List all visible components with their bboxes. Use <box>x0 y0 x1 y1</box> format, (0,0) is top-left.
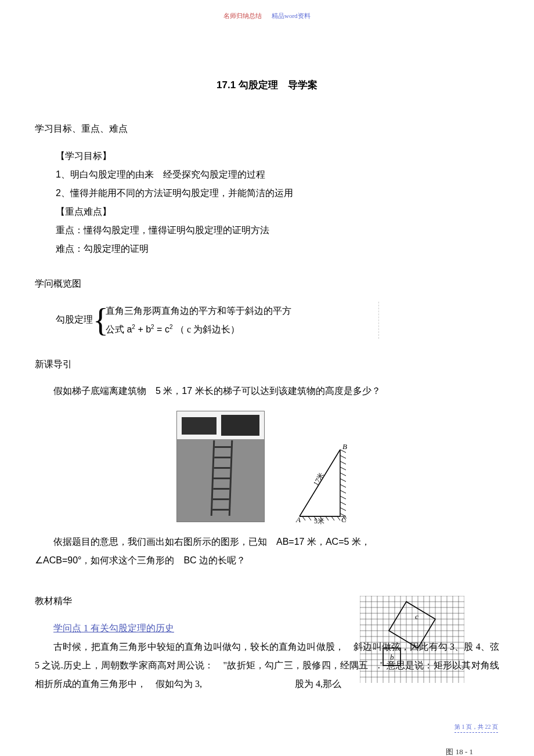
vertex-c-label: C <box>341 515 347 524</box>
formula-a-exp: 2 <box>132 323 135 330</box>
intro-analysis-2: ∠ACB=90°，如何求这个三角形的 BC 边的长呢？ <box>35 551 499 570</box>
svg-line-8 <box>340 479 346 482</box>
key-difficulty-label: 【重点难点】 <box>56 202 499 221</box>
knowledge-point-link: 学问点 1 有关勾股定理的历史 <box>53 623 174 633</box>
svg-line-16 <box>302 516 305 520</box>
svg-line-5 <box>340 461 346 464</box>
left-brace-icon: { <box>93 299 109 341</box>
svg-line-11 <box>340 496 346 499</box>
formula-b-exp: 2 <box>151 323 154 330</box>
svg-line-22 <box>337 516 340 520</box>
ladder-rung <box>214 457 230 458</box>
hypotenuse-length-label: 17米 <box>312 471 326 487</box>
key-point: 重点：懂得勾股定理，懂得证明勾股定理的证明方法 <box>56 221 499 240</box>
svg-line-9 <box>340 484 346 487</box>
triangle-diagram: A B C 5米 17米 <box>288 441 358 522</box>
svg-line-21 <box>331 516 334 520</box>
figure-caption: 图 18 - 1 <box>446 747 473 756</box>
goal-item-2: 2、懂得并能用不同的方法证明勾股定理，并能简洁的运用 <box>56 184 499 202</box>
goal-label: 【学习目标】 <box>56 147 499 165</box>
figure-row: A B C 5米 17米 <box>35 411 499 522</box>
svg-line-7 <box>340 473 346 476</box>
formula-suffix: （ c 为斜边长） <box>175 324 240 334</box>
svg-line-6 <box>340 467 346 470</box>
formula-prefix: 公式 <box>106 324 127 334</box>
goal-item-1: 1、明白勾股定理的由来 经受探究勾股定理的过程 <box>56 165 499 184</box>
svg-line-4 <box>340 455 346 458</box>
intro-analysis-1: 依据题目的意思，我们画出如右图所示的图形，已知 AB=17 米，AC=5 米， <box>35 533 499 551</box>
ladder-rung <box>213 498 229 500</box>
base-length-label: 5米 <box>314 517 324 525</box>
ladder-photo <box>176 411 265 522</box>
formula-c: c <box>165 324 169 334</box>
theorem-formula: 公式 a2 + b2 = c2 （ c 为斜边长） <box>106 320 291 339</box>
svg-line-12 <box>340 502 346 505</box>
formula-b: b <box>146 324 151 334</box>
ladder-rung <box>214 478 230 479</box>
history-block: 学问点 1 有关勾股定理的历史 古时候，把直角三角形中较短的直角边叫做勾，较长的… <box>35 619 499 693</box>
section-heading-intro: 新课导引 <box>35 356 499 373</box>
difficulty-point: 难点：勾股定理的证明 <box>56 240 499 258</box>
svg-line-17 <box>308 516 311 520</box>
formula-eq: = <box>157 324 165 334</box>
ladder-rung <box>214 467 230 469</box>
grid-label-c: c <box>415 612 418 621</box>
photo-block <box>221 415 259 436</box>
section-heading-goals: 学习目标、重点、难点 <box>35 121 499 138</box>
svg-line-10 <box>340 490 346 493</box>
section-heading-overview: 学问概览图 <box>35 276 499 292</box>
formula-c-exp: 2 <box>169 323 173 330</box>
formula-plus: + <box>138 324 146 334</box>
brace-content: { 直角三角形两直角边的平方和等于斜边的平方 公式 a2 + b2 = c2 （… <box>93 302 379 339</box>
header-right: 精品word资料 <box>272 12 311 19</box>
header-left: 名师归纳总结 <box>223 12 262 19</box>
document-page: 名师归纳总结 精品word资料 17.1 勾股定理 导学案 学习目标、重点、难点… <box>0 0 534 756</box>
photo-block <box>182 417 217 435</box>
page-footer: 第 1 页，共 22 页 <box>454 723 498 733</box>
theorem-brace-block: 勾股定理 { 直角三角形两直角边的平方和等于斜边的平方 公式 a2 + b2 =… <box>56 302 499 339</box>
vertex-b-label: B <box>342 442 347 451</box>
vertex-a-label: A <box>295 515 301 524</box>
page-header: 名师归纳总结 精品word资料 <box>35 12 499 20</box>
ladder-rung <box>215 446 231 448</box>
theorem-statement: 直角三角形两直角边的平方和等于斜边的平方 <box>106 302 291 320</box>
document-title: 17.1 勾股定理 导学案 <box>35 78 499 92</box>
ladder-rung <box>212 509 229 511</box>
ladder-rung <box>213 488 229 490</box>
theorem-label: 勾股定理 <box>56 314 93 326</box>
intro-question: 假如梯子底端离建筑物 5 米，17 米长的梯子可以达到该建筑物的高度是多少？ <box>35 382 499 400</box>
grid-figure: c b <box>360 596 464 683</box>
svg-line-20 <box>326 516 329 520</box>
grid-label-b: b <box>390 653 394 661</box>
svg-line-13 <box>340 508 346 511</box>
photo-ladder <box>211 440 233 516</box>
